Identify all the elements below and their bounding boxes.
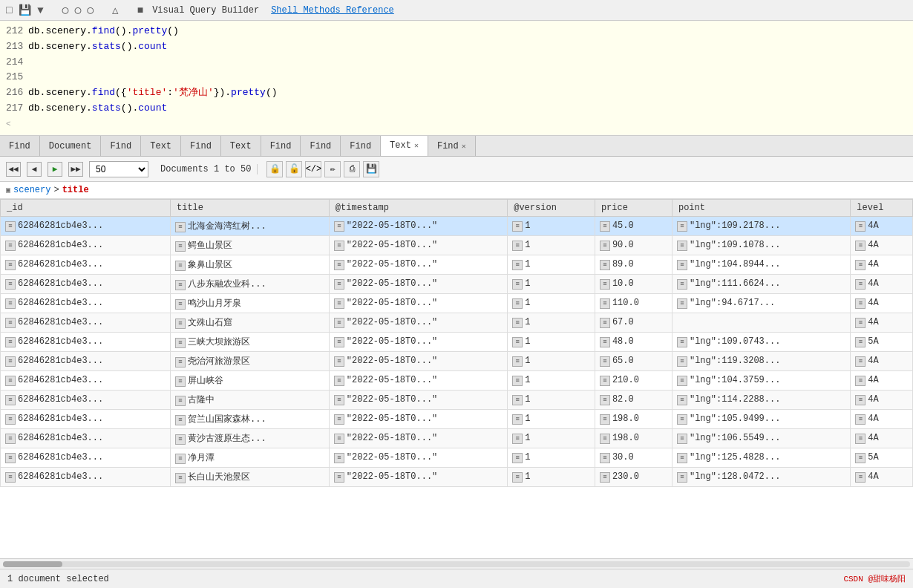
table-row[interactable]: ≡62846281cb4e3...≡尧治河旅游景区≡"2022-05-18T0.… [1, 352, 913, 371]
table-cell[interactable]: ≡89.0 [595, 255, 672, 275]
table-cell[interactable]: ≡4A [851, 236, 913, 255]
tab-find-close[interactable]: ✕ [462, 142, 466, 151]
data-table-container[interactable]: _id title @timestamp @version price poin… [0, 199, 913, 558]
table-cell[interactable]: ≡"2022-05-18T0..." [329, 275, 507, 294]
table-cell[interactable]: ≡1 [508, 313, 595, 333]
col-title[interactable]: title [171, 200, 330, 217]
table-cell[interactable]: ≡4A [851, 371, 913, 391]
table-cell[interactable]: ≡30.0 [595, 448, 672, 468]
table-cell[interactable]: ≡"lng":111.6624... [672, 275, 850, 294]
table-cell[interactable]: ≡"2022-05-18T0..." [329, 352, 507, 371]
table-cell[interactable]: ≡10.0 [595, 275, 672, 294]
table-cell[interactable]: ≡62846281cb4e3... [1, 333, 171, 352]
table-cell[interactable]: ≡长白山天池景区 [171, 468, 330, 487]
tab-document[interactable]: Document [40, 136, 102, 157]
table-cell[interactable]: ≡"lng":105.9499... [672, 410, 850, 429]
table-cell[interactable]: ≡"lng":109.2178... [672, 217, 850, 236]
table-row[interactable]: ≡62846281cb4e3...≡三峡大坝旅游区≡"2022-05-18T0.… [1, 333, 913, 352]
table-cell[interactable]: ≡62846281cb4e3... [1, 448, 171, 468]
table-cell[interactable]: ≡62846281cb4e3... [1, 294, 171, 313]
nav-play[interactable]: ▶ [48, 162, 62, 177]
table-cell[interactable]: ≡4A [851, 410, 913, 429]
table-cell[interactable]: ≡198.0 [595, 429, 672, 448]
edit-icon[interactable]: ✏ [324, 161, 341, 177]
table-row[interactable]: ≡62846281cb4e3...≡黄沙古渡原生态...≡"2022-05-18… [1, 429, 913, 448]
table-cell[interactable]: ≡62846281cb4e3... [1, 217, 171, 236]
table-cell[interactable]: ≡5A [851, 448, 913, 468]
table-cell[interactable]: ≡1 [508, 333, 595, 352]
table-cell[interactable]: ≡北海金海湾红树... [171, 217, 330, 236]
table-cell[interactable] [672, 313, 850, 333]
table-cell[interactable]: ≡4A [851, 391, 913, 410]
table-cell[interactable]: ≡62846281cb4e3... [1, 313, 171, 333]
table-row[interactable]: ≡62846281cb4e3...≡文殊山石窟≡"2022-05-18T0...… [1, 313, 913, 333]
table-cell[interactable]: ≡"2022-05-18T0..." [329, 333, 507, 352]
table-cell[interactable]: ≡90.0 [595, 236, 672, 255]
table-cell[interactable]: ≡净月潭 [171, 448, 330, 468]
table-cell[interactable]: ≡"2022-05-18T0..." [329, 410, 507, 429]
table-cell[interactable]: ≡62846281cb4e3... [1, 236, 171, 255]
table-cell[interactable]: ≡"2022-05-18T0..." [329, 217, 507, 236]
table-cell[interactable]: ≡"lng":109.1078... [672, 236, 850, 255]
tab-find-2[interactable]: Find [101, 136, 141, 157]
table-cell[interactable]: ≡"lng":94.6717... [672, 294, 850, 313]
table-cell[interactable]: ≡鸣沙山月牙泉 [171, 294, 330, 313]
table-cell[interactable]: ≡4A [851, 313, 913, 333]
table-row[interactable]: ≡62846281cb4e3...≡屏山峡谷≡"2022-05-18T0..."… [1, 371, 913, 391]
visual-query-builder[interactable]: Visual Query Builder [149, 4, 262, 17]
table-cell[interactable]: ≡"2022-05-18T0..." [329, 448, 507, 468]
table-cell[interactable]: ≡62846281cb4e3... [1, 391, 171, 410]
table-cell[interactable]: ≡"2022-05-18T0..." [329, 391, 507, 410]
table-cell[interactable]: ≡4A [851, 468, 913, 487]
tab-text-1[interactable]: Text [141, 136, 181, 157]
table-cell[interactable]: ≡1 [508, 371, 595, 391]
col-id[interactable]: _id [1, 200, 171, 217]
table-cell[interactable]: ≡230.0 [595, 468, 672, 487]
table-row[interactable]: ≡62846281cb4e3...≡古隆中≡"2022-05-18T0..."≡… [1, 391, 913, 410]
table-cell[interactable]: ≡"lng":128.0472... [672, 468, 850, 487]
tab-find-1[interactable]: Find [0, 136, 40, 157]
nav-first[interactable]: ◀◀ [6, 162, 21, 177]
table-cell[interactable]: ≡1 [508, 255, 595, 275]
scrollbar-thumb[interactable] [3, 561, 62, 567]
table-cell[interactable]: ≡"2022-05-18T0..." [329, 294, 507, 313]
tab-text-active[interactable]: Text ✕ [381, 136, 428, 157]
nav-prev[interactable]: ◀ [27, 162, 42, 177]
table-cell[interactable]: ≡"lng":104.8944... [672, 255, 850, 275]
table-cell[interactable]: ≡文殊山石窟 [171, 313, 330, 333]
table-cell[interactable]: ≡"2022-05-18T0..." [329, 429, 507, 448]
table-cell[interactable]: ≡象鼻山景区 [171, 255, 330, 275]
table-cell[interactable]: ≡尧治河旅游景区 [171, 352, 330, 371]
table-cell[interactable]: ≡"2022-05-18T0..." [329, 468, 507, 487]
code-icon[interactable]: </> [305, 161, 321, 177]
table-cell[interactable]: ≡"2022-05-18T0..." [329, 371, 507, 391]
table-cell[interactable]: ≡62846281cb4e3... [1, 410, 171, 429]
table-cell[interactable]: ≡黄沙古渡原生态... [171, 429, 330, 448]
tab-find-6[interactable]: Find [341, 136, 381, 157]
table-cell[interactable]: ≡198.0 [595, 410, 672, 429]
table-cell[interactable]: ≡62846281cb4e3... [1, 255, 171, 275]
table-cell[interactable]: ≡45.0 [595, 217, 672, 236]
table-cell[interactable]: ≡1 [508, 236, 595, 255]
lock-icon[interactable]: 🔒 [266, 161, 283, 177]
unlock-icon[interactable]: 🔓 [286, 161, 302, 177]
table-row[interactable]: ≡62846281cb4e3...≡长白山天池景区≡"2022-05-18T0.… [1, 468, 913, 487]
table-row[interactable]: ≡62846281cb4e3...≡净月潭≡"2022-05-18T0..."≡… [1, 448, 913, 468]
export-icon[interactable]: 💾 [363, 161, 379, 177]
table-cell[interactable]: ≡4A [851, 275, 913, 294]
table-cell[interactable]: ≡1 [508, 429, 595, 448]
col-level[interactable]: level [851, 200, 913, 217]
code-editor[interactable]: 212 db.scenery.find().pretty() 213 db.sc… [0, 21, 913, 136]
table-cell[interactable]: ≡"2022-05-18T0..." [329, 236, 507, 255]
table-cell[interactable]: ≡八步东融农业科... [171, 275, 330, 294]
breadcrumb-collection[interactable]: scenery [13, 185, 50, 195]
tab-find-4[interactable]: Find [261, 136, 301, 157]
table-cell[interactable]: ≡65.0 [595, 352, 672, 371]
table-cell[interactable]: ≡67.0 [595, 313, 672, 333]
tab-find-3[interactable]: Find [181, 136, 221, 157]
table-row[interactable]: ≡62846281cb4e3...≡象鼻山景区≡"2022-05-18T0...… [1, 255, 913, 275]
tab-text-2[interactable]: Text [221, 136, 261, 157]
table-cell[interactable]: ≡62846281cb4e3... [1, 429, 171, 448]
table-row[interactable]: ≡62846281cb4e3...≡北海金海湾红树...≡"2022-05-18… [1, 217, 913, 236]
table-cell[interactable]: ≡"lng":106.5549... [672, 429, 850, 448]
